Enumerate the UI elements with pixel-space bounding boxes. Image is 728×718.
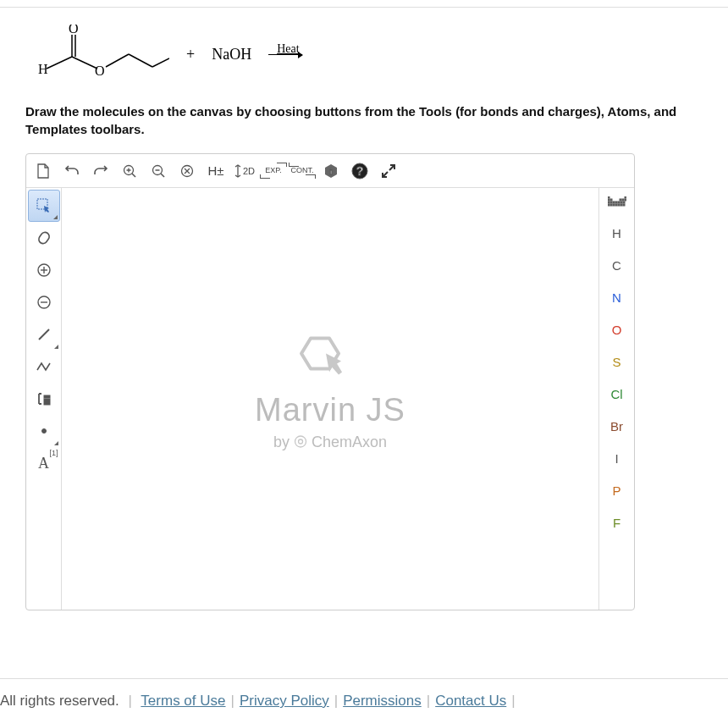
atom-o-button[interactable]: O <box>601 313 633 345</box>
by-label: by <box>273 434 290 450</box>
svg-line-4 <box>106 54 129 67</box>
drawing-canvas[interactable]: Marvin JS by ChemAxon <box>62 188 598 610</box>
atoms-toolbar: HCNOSClBrIPF <box>598 188 634 610</box>
page-footer: All rights reserved. | Terms of Use|Priv… <box>0 678 728 710</box>
svg-text:O: O <box>69 25 79 36</box>
svg-rect-52 <box>610 204 612 206</box>
svg-text:i: i <box>329 166 332 176</box>
left-toolbar: A [1] <box>26 188 62 610</box>
atom-i-button[interactable]: I <box>601 442 633 474</box>
molecule-structure: H O O <box>34 25 169 84</box>
watermark-title: Marvin JS <box>255 392 405 428</box>
svg-rect-39 <box>608 199 609 201</box>
cont-label: CONT. <box>291 167 314 174</box>
contract-group-button[interactable]: CONT. <box>289 157 316 185</box>
zoom-reset-button[interactable] <box>174 157 201 185</box>
svg-rect-46 <box>613 202 615 203</box>
atom-br-button[interactable]: Br <box>601 410 633 442</box>
info-button[interactable]: i <box>317 157 345 185</box>
svg-rect-45 <box>610 202 612 203</box>
chain-bond-button[interactable] <box>28 351 60 383</box>
separator: | <box>334 693 338 709</box>
svg-line-3 <box>72 57 97 69</box>
svg-rect-55 <box>618 204 620 206</box>
svg-rect-54 <box>615 204 617 206</box>
single-bond-button[interactable] <box>28 318 60 351</box>
eraser-tool-button[interactable] <box>28 222 60 254</box>
svg-rect-43 <box>625 199 626 201</box>
svg-rect-37 <box>608 196 609 198</box>
plus-sign: + <box>186 46 195 64</box>
svg-line-6 <box>152 58 169 67</box>
svg-text:H: H <box>38 62 48 76</box>
selection-tool-button[interactable] <box>28 190 60 222</box>
svg-rect-33 <box>44 395 50 398</box>
svg-point-35 <box>295 436 306 447</box>
company-label: ChemAxon <box>312 434 387 450</box>
redo-button[interactable] <box>87 157 114 185</box>
svg-rect-49 <box>620 202 622 203</box>
separator: | <box>231 693 234 709</box>
footer-link-contact-us[interactable]: Contact Us <box>435 693 506 709</box>
periodic-table-button[interactable] <box>604 190 631 217</box>
expand-group-button[interactable]: EXP. <box>260 157 287 185</box>
watermark-subtitle: by ChemAxon <box>255 434 405 451</box>
footer-link-terms-of-use[interactable]: Terms of Use <box>141 693 225 709</box>
atom-p-button[interactable]: P <box>601 474 633 506</box>
svg-point-34 <box>41 429 46 434</box>
svg-rect-47 <box>615 202 617 203</box>
svg-rect-25 <box>36 230 50 245</box>
2d-clean-button[interactable]: 2D <box>231 157 258 185</box>
fullscreen-button[interactable] <box>375 157 402 185</box>
svg-rect-32 <box>44 399 50 405</box>
svg-rect-42 <box>622 199 624 201</box>
svg-rect-38 <box>625 196 626 198</box>
svg-rect-53 <box>613 204 615 206</box>
help-button[interactable]: ? <box>346 157 373 185</box>
separator: | <box>511 693 515 709</box>
svg-rect-56 <box>620 204 622 206</box>
svg-rect-40 <box>610 199 612 201</box>
atom-c-button[interactable]: C <box>601 249 633 281</box>
reagent-label: NaOH <box>212 46 251 64</box>
atom-f-button[interactable]: F <box>601 506 633 538</box>
atom-cl-button[interactable]: Cl <box>601 378 633 410</box>
charge-minus-button[interactable] <box>28 286 60 318</box>
svg-line-15 <box>161 174 164 177</box>
svg-point-36 <box>298 439 302 444</box>
footer-link-privacy-policy[interactable]: Privacy Policy <box>240 693 329 709</box>
reaction-arrow: Heat <box>268 54 302 55</box>
new-document-button[interactable] <box>30 157 57 185</box>
footer-link-permissions[interactable]: Permissions <box>343 693 422 709</box>
2d-label: 2D <box>243 166 255 176</box>
instructions-text: Draw the molecules on the canvas by choo… <box>25 102 703 138</box>
reaction-scheme: H O O + NaOH Heat <box>34 25 703 84</box>
atom-n-button[interactable]: N <box>601 281 633 313</box>
svg-line-31 <box>39 329 49 340</box>
marvinjs-editor: H± 2D EXP. CONT. i ? <box>25 153 635 610</box>
zoom-in-button[interactable] <box>116 157 143 185</box>
svg-rect-57 <box>623 204 625 206</box>
chemaxon-logo-icon <box>294 435 307 449</box>
svg-rect-41 <box>620 199 621 201</box>
atom-s-button[interactable]: S <box>601 345 633 378</box>
zoom-out-button[interactable] <box>145 157 172 185</box>
radical-button[interactable] <box>28 415 60 447</box>
atom-h-button[interactable]: H <box>601 217 633 249</box>
charge-plus-button[interactable] <box>28 254 60 286</box>
undo-button[interactable] <box>58 157 85 185</box>
map-index-label: [1] <box>49 449 58 457</box>
atom-map-button[interactable]: A [1] <box>28 447 60 479</box>
svg-line-11 <box>132 174 135 177</box>
hydrogen-toggle-button[interactable]: H± <box>202 157 229 185</box>
separator: | <box>129 693 132 709</box>
separator: | <box>427 693 430 709</box>
svg-rect-48 <box>618 202 620 203</box>
svg-text:O: O <box>95 64 105 78</box>
svg-rect-44 <box>608 202 609 203</box>
map-a-label: A <box>38 455 49 472</box>
svg-text:?: ? <box>356 164 364 178</box>
group-tool-button[interactable] <box>28 383 60 415</box>
rights-text: All rights reserved. <box>0 693 119 709</box>
exp-label: EXP. <box>265 167 281 174</box>
